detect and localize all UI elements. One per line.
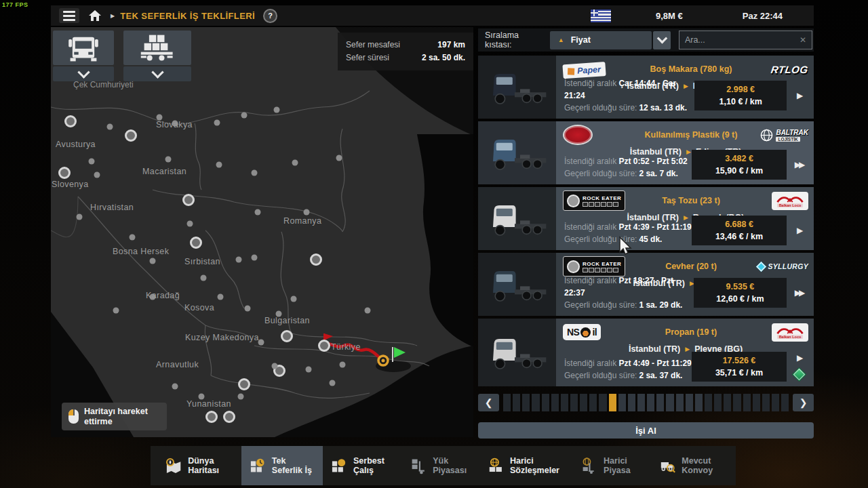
city-dot [205,411,218,423]
menu-hamburger-icon[interactable] [59,8,79,23]
job-row[interactable]: NSil Propan (19 t) Balkan Loco İstanbul … [478,319,814,386]
city-dot [172,384,178,390]
top-header-bar: ▶ TEK SEFERLİK İŞ TEKLİFLERİ ? 9,8M € Pa… [51,5,814,26]
city-dot [330,380,336,386]
page-square[interactable] [580,394,587,411]
job-row[interactable]: ROCK EATER Taş Tozu (23 t) Balkan Loco İ… [478,187,814,250]
page-square[interactable] [609,394,616,411]
route-map[interactable]: AvusturyaSlovakyaMacaristanSlovenyaHırva… [51,27,473,437]
page-square[interactable] [628,394,635,411]
page-square[interactable] [637,394,645,411]
next-page-button[interactable]: ❯ [793,394,814,411]
page-square[interactable] [532,394,539,411]
truck-thumbnail [478,121,556,184]
page-square[interactable] [695,394,703,411]
page-square[interactable] [772,394,779,411]
page-square[interactable] [666,394,673,411]
page-square[interactable] [762,394,770,411]
expand-arrow-icon[interactable]: ▶ [787,353,810,380]
page-square[interactable] [753,394,760,411]
job-price: 3.482 € [694,152,784,165]
page-square[interactable] [676,394,684,411]
page-square[interactable] [743,394,751,411]
truck-selector-button[interactable] [53,30,114,65]
page-square[interactable] [781,394,789,411]
city-dot [89,159,95,165]
city-dot [291,296,297,302]
city-dot [252,170,258,176]
city-dot [190,237,202,249]
page-square[interactable] [551,394,559,411]
sort-dropdown-button[interactable] [653,31,670,49]
wings-icon [775,195,805,203]
job-row[interactable]: Kullanılmış Plastik (9 t) BALTRAKLOJİSTİ… [478,121,814,184]
page-square[interactable] [542,394,549,411]
page-square[interactable] [618,394,626,411]
expand-arrow-icon[interactable]: ▶ [787,226,810,235]
home-icon[interactable] [86,8,104,23]
clear-search-icon[interactable]: ✕ [800,35,806,45]
truck-selector-dropdown[interactable] [53,66,114,81]
page-square[interactable] [656,394,664,411]
country-label: Karadağ [146,291,180,300]
job-row[interactable]: Paper Boş Makara (780 kg) RTLOG İstanbul… [478,56,814,119]
search-box: ✕ [679,30,812,49]
job-times: İstendiği aralıkPzt 18:27 - Pzt 22:37 Ge… [564,274,694,311]
city-dot [216,162,222,168]
page-square[interactable] [522,394,530,411]
trailer-selector-dropdown[interactable] [123,66,191,81]
city-dot [223,411,235,423]
search-input[interactable] [679,35,800,45]
city-dot [304,209,310,216]
trip-distance-label: Sefer mesafesi [346,39,400,52]
game-time: Paz 22:44 [743,11,783,21]
trailer-selector-button[interactable] [123,30,191,65]
city-dot [281,330,293,342]
page-square[interactable] [705,394,712,411]
page-square[interactable] [503,394,511,411]
page-square[interactable] [733,394,741,411]
trip-duration-value: 2 sa. 50 dk. [422,52,465,64]
nav-external-contracts[interactable]: Harici Sözleşmeler [480,446,573,485]
page-square[interactable] [714,394,722,411]
country-label: Kuzey Makedonya [185,333,259,342]
country-label: Yunanistan [186,399,231,409]
page-square[interactable] [724,394,731,411]
city-dot [365,308,371,314]
page-square[interactable] [589,394,597,411]
page-square[interactable] [647,394,654,411]
cargo-brand-rockeater-icon: ROCK EATER [563,190,628,211]
country-label: Çek Cumhuriyeti [73,80,134,89]
job-price: 9.535 € [696,281,784,293]
prev-page-button[interactable]: ❮ [478,394,499,411]
page-square[interactable] [513,394,520,411]
nav-single-job[interactable]: Tek Seferlik İş [241,446,323,485]
job-row[interactable]: ROCK EATER Cevher (20 t) SYLLURGY İstanb… [478,253,814,316]
expand-arrow-icon[interactable]: ▶ [787,91,810,100]
expand-arrow-icon[interactable]: ▶▶ [787,288,810,298]
cargo-name: Taş Tozu (23 t) [628,196,754,205]
nav-external-market[interactable]: Harici Piyasa [573,446,652,485]
bottom-nav-bar: Dünya Haritası Tek Seferlik İş Serbest Ç… [151,446,736,485]
price-box: 3.482 € 15,90 € / km [692,150,787,180]
take-job-button[interactable]: İşi Al [478,422,814,439]
nav-world-map[interactable]: Dünya Haritası [157,446,241,485]
page-square[interactable] [686,394,693,411]
globe-boxes-icon [488,455,505,476]
cargo-brand-paper-icon: Paper [562,60,628,79]
city-dot [182,194,195,206]
nav-cargo-market[interactable]: Yük Piyasası [402,446,480,485]
nav-convoy[interactable]: Mevcut Konvoy [652,446,736,485]
sort-dropdown[interactable]: ▲ Fiyat [550,31,652,49]
job-rate: 13,46 € / km [694,231,784,243]
forklift-icon [410,455,427,476]
page-square[interactable] [561,394,568,411]
nav-freelance[interactable]: Serbest Çalış [323,446,402,485]
wings-icon [775,326,805,335]
help-icon[interactable]: ? [263,9,277,23]
page-square[interactable] [570,394,578,411]
diamond-icon [756,261,767,272]
page-square[interactable] [599,394,606,411]
expand-arrow-icon[interactable]: ▶▶ [787,160,810,169]
job-rate: 15,90 € / km [694,165,784,178]
